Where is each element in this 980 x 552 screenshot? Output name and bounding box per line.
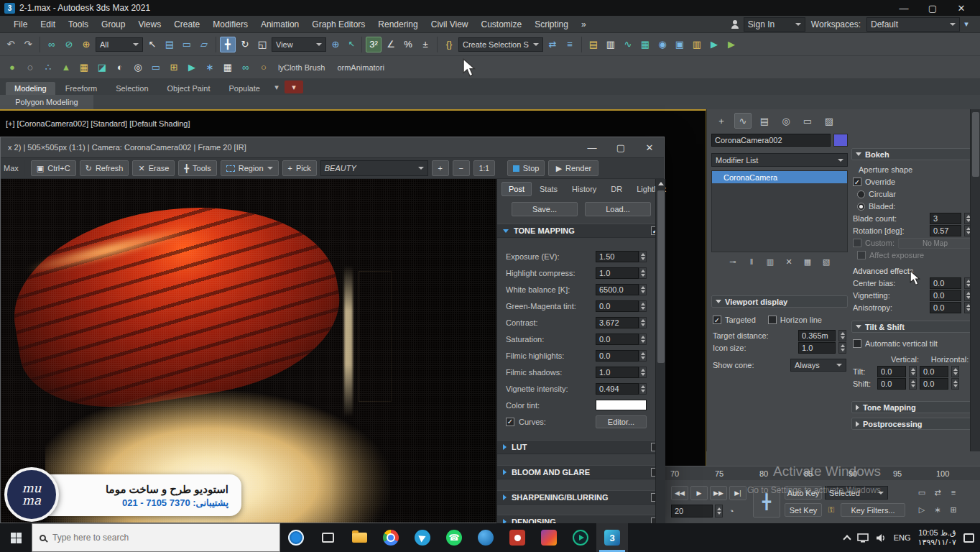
zoom-in-icon[interactable]: + [432,160,449,176]
vfb-tab-history[interactable]: History [565,183,603,196]
remove-modifier-icon[interactable]: ✕ [782,255,795,268]
spinner[interactable] [715,505,723,518]
zoom-out-icon[interactable]: − [453,160,470,176]
exposure-field[interactable]: 1.50 [596,251,639,262]
use-pivot-center-icon[interactable]: ⊕ [328,37,343,52]
menu-customize[interactable]: Customize [475,16,529,32]
command-panel-scrollbar[interactable] [970,109,980,451]
toolbar2-icon-3[interactable]: ▲ [58,60,74,75]
ribbon-toggle-icon[interactable]: ▥ [603,37,619,52]
plugin-button-transformanimator[interactable]: ormAnimatori [337,63,384,72]
track-icon[interactable]: ⇄ [931,486,944,499]
taskbar-search[interactable] [32,523,280,552]
circular-radio[interactable] [857,190,865,198]
auto-vertical-tilt-checkbox[interactable] [853,339,861,348]
vfb-close-button[interactable]: ✕ [635,137,664,157]
curve-editor-icon[interactable]: ∿ [620,37,636,52]
menu-civil-view[interactable]: Civil View [425,16,475,32]
select-object-icon[interactable]: ↖ [144,37,160,52]
object-color-swatch[interactable] [833,134,848,147]
spinner[interactable] [838,330,846,341]
taskbar-icon-telegram[interactable] [407,523,438,552]
spinner[interactable] [909,366,917,377]
select-and-rotate-icon[interactable]: ↻ [237,37,253,52]
ribbon-tab-freeform[interactable]: Freeform [57,82,106,95]
menu-create[interactable]: Create [167,16,206,32]
ribbon-tab-populate[interactable]: Populate [220,82,268,95]
vfb-maximize-button[interactable]: ▢ [606,137,635,157]
menu-scripting[interactable]: Scripting [528,16,575,32]
section-tone-mapping[interactable]: TONE MAPPING [497,224,665,238]
task-view-button[interactable] [312,523,343,552]
toolbar2-icon-0[interactable]: ● [4,60,20,75]
mute-icon[interactable]: ▭ [915,486,928,499]
copy-button[interactable]: ▣Ctrl+C [31,160,76,176]
spinner[interactable] [639,251,647,262]
menu-modifiers[interactable]: Modifiers [206,16,254,32]
modifier-stack-options-icon[interactable]: ▧ [820,255,833,268]
menu-graph-editors[interactable]: Graph Editors [305,16,371,32]
stop-render-button[interactable]: Stop [507,160,545,176]
affect-exposure-checkbox[interactable] [857,251,866,259]
current-frame-field[interactable]: 20 [671,505,713,518]
time-configuration-icon[interactable]: ◔ [725,505,738,518]
utilities-tab-icon[interactable]: ▨ [820,113,838,129]
spinner[interactable] [639,300,647,312]
section-sharpening[interactable]: SHARPENING/BLURRING [497,490,665,505]
filmic-highlights-field[interactable]: 0.0 [596,350,639,362]
selection-region-icon[interactable]: ▭ [179,37,195,52]
maxscript-icon[interactable]: {} [441,37,457,52]
object-name-field[interactable]: CoronaCamera002 [711,134,831,147]
select-and-move-icon[interactable]: ╋ [220,37,236,52]
menu-views[interactable]: Views [131,16,167,32]
create-tab-icon[interactable]: + [713,113,730,129]
snap-keys-icon[interactable]: ∗ [931,503,944,516]
scrollbar-thumb[interactable] [972,112,979,177]
play-options-icon[interactable]: ▷ [915,503,928,516]
selection-filter-select[interactable]: All [96,37,143,52]
section-bloom-glare[interactable]: BLOOM AND GLARE [497,465,665,479]
render-iterative-icon[interactable]: ▶ [724,37,739,52]
menu-overflow[interactable]: » [575,16,593,32]
selection-set-key-select[interactable]: Selected [825,486,888,500]
taskbar-icon-3dsmax[interactable]: 3 [596,523,628,552]
workspaces-select[interactable]: Default [866,17,960,32]
targeted-checkbox[interactable] [713,316,721,324]
toolbar2-icon-2[interactable]: ∴ [40,60,56,75]
tools-button[interactable]: ╋Tools [178,160,216,176]
spinner[interactable] [639,350,647,362]
pin-stack-icon[interactable]: ⊸ [726,255,739,268]
menu-animation[interactable]: Animation [254,16,305,32]
layers-anim-icon[interactable]: ≡ [947,486,960,499]
select-by-name-icon[interactable]: ▤ [162,37,177,52]
ribbon-record-icon[interactable]: ▾ [285,80,303,93]
section-lut[interactable]: LUT [497,440,665,454]
spinner[interactable] [909,378,917,390]
language-indicator[interactable]: ENG [894,533,911,542]
color-tint-swatch[interactable] [596,400,647,410]
next-frame-button[interactable]: ▶▶ [710,486,727,500]
rollout-tone-mapping[interactable]: Tone Mapping [851,401,974,413]
tilt-vertical-field[interactable]: 0.0 [877,366,906,377]
override-checkbox[interactable] [853,178,861,186]
center-bias-field[interactable]: 0.0 [930,277,961,289]
horizon-line-checkbox[interactable] [768,316,777,324]
configure-modifier-sets-icon[interactable]: ▦ [801,255,814,268]
menu-tools[interactable]: Tools [62,16,95,32]
target-distance-field[interactable]: 0.365m [798,330,836,341]
tab-polygon-modeling[interactable]: Polygon Modeling [0,95,93,109]
toolbar2-icon-8[interactable]: ▭ [148,60,164,75]
erase-button[interactable]: ✕Erase [132,160,175,176]
show-end-result-icon[interactable]: ‖ [745,255,758,268]
key-filters-button[interactable]: Key Filters... [841,503,905,517]
network-icon[interactable] [857,533,869,543]
toolbar2-icon-13[interactable]: ∞ [238,60,254,75]
scroll-up-icon[interactable] [656,179,666,188]
sign-in-menu[interactable]: Sign In [744,17,805,32]
rollout-bokeh[interactable]: Bokeh [851,148,974,160]
vfb-scrollbar[interactable] [655,179,665,524]
cortana-button[interactable] [280,523,312,552]
viewport-label[interactable]: [+] [CoronaCamera002] [Standard] [Defaul… [6,119,190,128]
align-icon[interactable]: ≡ [562,37,578,52]
render-setup-icon[interactable]: ▣ [672,37,688,52]
